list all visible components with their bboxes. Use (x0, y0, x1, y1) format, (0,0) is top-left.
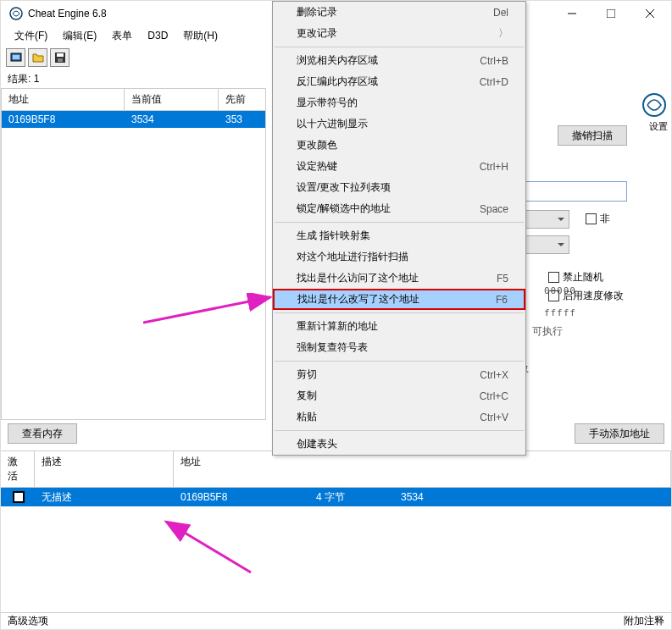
cell-previous: 353 (219, 111, 265, 128)
menu-file[interactable]: 文件(F) (8, 27, 54, 45)
cell-address: 0169B5F8 (2, 111, 125, 128)
menu-help[interactable]: 帮助(H) (176, 27, 225, 45)
desc-cell: 无描述 (35, 490, 174, 505)
executable-label: 可执行 (532, 324, 563, 339)
col-address2[interactable]: 地址 (174, 451, 671, 487)
svg-rect-9 (58, 58, 63, 62)
svg-point-10 (643, 94, 665, 116)
ctx-dropdown[interactable]: 设置/更改下拉列表项 (273, 177, 525, 198)
svg-rect-2 (607, 9, 615, 18)
ctx-paste[interactable]: 粘贴Ctrl+V (273, 406, 525, 428)
col-address[interactable]: 地址 (2, 89, 125, 110)
view-memory-button[interactable]: 查看内存 (8, 423, 77, 444)
maximize-button[interactable] (591, 1, 630, 26)
ctx-access[interactable]: 找出是什么访问了这个地址F5 (273, 268, 525, 289)
ctx-copy[interactable]: 复制Ctrl+C (273, 385, 525, 406)
cell-value: 3534 (125, 111, 219, 128)
close-button[interactable] (630, 1, 669, 26)
results-body[interactable]: 0169B5F8 3534 353 (1, 111, 266, 420)
select-process-button[interactable] (6, 48, 25, 67)
address-list-header: 激活 描述 地址 (1, 450, 671, 488)
ctx-delete[interactable]: 删除记录Del (273, 2, 525, 23)
col-desc[interactable]: 描述 (35, 451, 174, 487)
col-active[interactable]: 激活 (1, 451, 35, 487)
address-list[interactable]: 无描述 0169B5F8 4 字节 3534 (1, 488, 671, 622)
ctx-change[interactable]: 更改记录 (273, 23, 525, 44)
context-menu: 删除记录Del 更改记录 浏览相关内存区域Ctrl+B 反汇编此内存区域Ctrl… (272, 1, 526, 456)
col-previous[interactable]: 先前 (219, 89, 266, 110)
undo-scan-button[interactable]: 撤销扫描 (558, 125, 627, 146)
type-cell: 4 字节 (309, 490, 394, 505)
svg-rect-8 (57, 53, 64, 57)
svg-rect-6 (13, 55, 19, 59)
ctx-hex[interactable]: 以十六进制显示 (273, 113, 525, 135)
value-input[interactable] (517, 181, 627, 202)
attach-notes[interactable]: 附加注释 (624, 614, 664, 628)
ctx-recalc[interactable]: 重新计算新的地址 (273, 316, 525, 337)
statusbar: 高级选项 附加注释 (1, 612, 671, 629)
address-row[interactable]: 无描述 0169B5F8 4 字节 3534 (1, 488, 671, 506)
ctx-cut[interactable]: 剪切Ctrl+X (273, 364, 525, 385)
range-from: 00000 (544, 285, 576, 296)
menu-d3d[interactable]: D3D (141, 28, 175, 43)
ctx-lock[interactable]: 锁定/解锁选中的地址Space (273, 198, 525, 219)
result-row[interactable]: 0169B5F8 3534 353 (2, 111, 265, 128)
advanced-options[interactable]: 高级选项 (8, 614, 48, 628)
add-address-button[interactable]: 手动添加地址 (575, 423, 664, 444)
ctx-write[interactable]: 找出是什么改写了这个地址F6 (273, 289, 525, 310)
ctx-browse[interactable]: 浏览相关内存区域Ctrl+B (273, 50, 525, 71)
not-checkbox[interactable]: 非 (586, 212, 610, 226)
active-checkbox[interactable] (13, 491, 25, 503)
ctx-hotkey[interactable]: 设定热键Ctrl+H (273, 156, 525, 177)
value-cell: 3534 (394, 491, 430, 503)
settings-label[interactable]: 设置 (649, 120, 668, 133)
results-header: 地址 当前值 先前 (1, 88, 266, 111)
ctx-header[interactable]: 创建表头 (273, 434, 525, 455)
menu-edit[interactable]: 编辑(E) (56, 27, 103, 45)
ctx-disasm[interactable]: 反汇编此内存区域Ctrl+D (273, 71, 525, 92)
ctx-symbols[interactable]: 强制复查符号表 (273, 337, 525, 358)
results-panel: 地址 当前值 先前 0169B5F8 3534 353 (1, 88, 266, 420)
col-value[interactable]: 当前值 (125, 89, 219, 110)
ctx-color[interactable]: 更改颜色 (273, 135, 525, 156)
range-to: fffff (544, 307, 576, 318)
ctx-pointerscan[interactable]: 对这个地址进行指针扫描 (273, 246, 525, 268)
menu-table[interactable]: 表单 (105, 27, 139, 45)
ctx-signed[interactable]: 显示带符号的 (273, 92, 525, 113)
svg-point-0 (10, 8, 22, 19)
minimize-button[interactable] (553, 1, 591, 26)
app-icon (9, 7, 23, 20)
app-title: Cheat Engine 6.8 (28, 8, 107, 19)
ctx-pointermap[interactable]: 生成 指针映射集 (273, 225, 525, 246)
addr-cell: 0169B5F8 (174, 491, 309, 503)
no-random-checkbox[interactable]: 禁止随机 (548, 270, 603, 285)
open-button[interactable] (28, 48, 47, 67)
save-button[interactable] (50, 48, 69, 67)
settings-icon[interactable] (641, 91, 668, 119)
